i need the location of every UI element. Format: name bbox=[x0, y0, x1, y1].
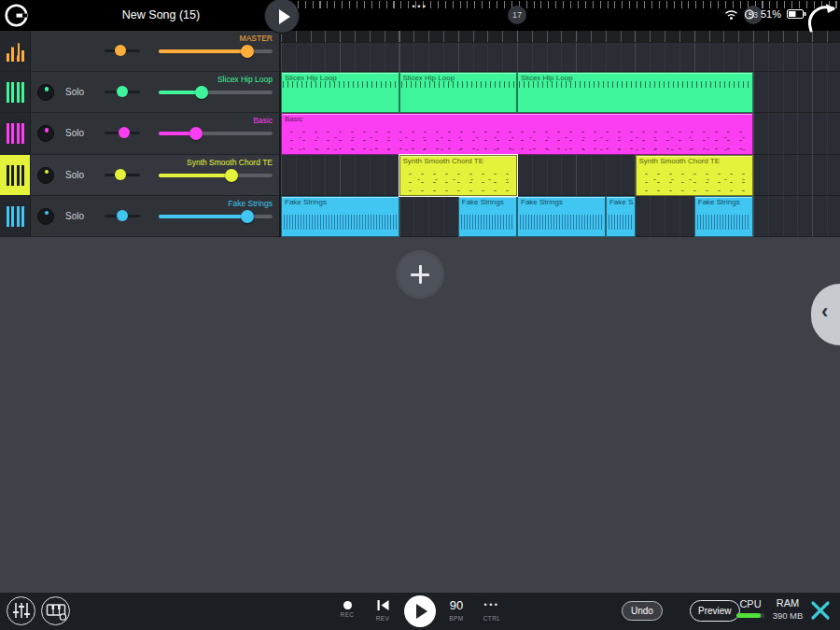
level-meter-icon[interactable] bbox=[0, 31, 31, 71]
piano-roll-icon[interactable] bbox=[0, 155, 31, 195]
solo-button[interactable]: Solo bbox=[65, 211, 84, 221]
pattern-clip[interactable]: Fake Strings bbox=[517, 196, 606, 237]
pattern-clip[interactable]: Fake Strings bbox=[458, 196, 517, 237]
icon-glyph bbox=[7, 123, 25, 144]
transport-play-button[interactable] bbox=[404, 595, 436, 627]
track-name: MASTER bbox=[240, 34, 273, 43]
pan-slider[interactable] bbox=[105, 132, 140, 134]
top-bar: New Song (15) ••• 17 33 51% bbox=[0, 0, 840, 31]
pattern-clip[interactable]: Fake Strings bbox=[281, 196, 399, 237]
volume-handle[interactable] bbox=[195, 86, 208, 99]
mixer-button[interactable] bbox=[7, 596, 35, 625]
track-knob[interactable] bbox=[37, 84, 54, 101]
volume-slider[interactable] bbox=[159, 91, 273, 94]
fl-studio-mobile-app: New Song (15) ••• 17 33 51% bbox=[0, 0, 840, 630]
icon-glyph bbox=[7, 82, 25, 103]
bpm-control[interactable]: 90 BPM bbox=[444, 597, 469, 622]
bpm-value: 90 bbox=[444, 597, 469, 613]
volume-handle[interactable] bbox=[189, 127, 203, 140]
piano-roll-icon[interactable] bbox=[0, 113, 31, 153]
bpm-label: BPM bbox=[444, 615, 469, 622]
pan-slider[interactable] bbox=[105, 91, 140, 93]
track-row[interactable]: SoloBasic bbox=[0, 113, 279, 154]
pan-handle[interactable] bbox=[119, 127, 130, 138]
pattern-clip[interactable]: Slicex Hip Loop bbox=[399, 72, 518, 113]
close-x-icon bbox=[810, 600, 831, 621]
rewind-button[interactable]: REV bbox=[371, 597, 394, 622]
playlist-grid[interactable]: Slicex Hip LoopSlicex Hip LoopSlicex Hip… bbox=[281, 31, 840, 237]
knob-indicator bbox=[45, 87, 49, 91]
pan-handle[interactable] bbox=[115, 169, 126, 180]
preview-button[interactable]: Preview bbox=[690, 600, 740, 622]
track-name: Slicex Hip Loop bbox=[217, 75, 273, 84]
knob-indicator bbox=[45, 170, 49, 175]
pattern-clip[interactable]: Fake S... bbox=[606, 196, 636, 237]
solo-button[interactable]: Solo bbox=[65, 87, 84, 97]
mixer-faders-icon bbox=[8, 597, 35, 623]
pan-handle[interactable] bbox=[117, 86, 128, 97]
pan-handle[interactable] bbox=[117, 210, 128, 221]
cpu-meter: CPU bbox=[735, 598, 765, 618]
clip-label: Slicex Hip Loop bbox=[285, 74, 337, 82]
chevron-left-icon: ‹ bbox=[821, 300, 828, 324]
undo-button[interactable]: Undo bbox=[622, 601, 663, 621]
cpu-bar bbox=[736, 613, 764, 618]
pattern-clip[interactable]: Slicex Hip Loop bbox=[517, 72, 753, 113]
volume-slider[interactable] bbox=[159, 215, 273, 218]
track-row[interactable]: SoloFake Strings bbox=[0, 196, 279, 237]
record-dot-icon bbox=[343, 601, 352, 609]
song-title[interactable]: New Song (15) bbox=[84, 0, 238, 31]
ram-meter: RAM 390 MB bbox=[769, 597, 806, 621]
volume-slider[interactable] bbox=[159, 174, 273, 177]
side-panel-handle[interactable]: ‹ bbox=[811, 284, 840, 345]
rewind-label: REV bbox=[371, 615, 394, 622]
track-knob[interactable] bbox=[37, 125, 54, 142]
fl-studio-logo-icon[interactable] bbox=[4, 3, 29, 28]
piano-gear-icon bbox=[43, 597, 69, 623]
cpu-label: CPU bbox=[735, 598, 765, 609]
pattern-clip[interactable]: Synth Smooth Chord TE bbox=[399, 155, 518, 196]
clip-label: Fake S... bbox=[609, 198, 634, 206]
volume-fill bbox=[159, 49, 247, 53]
add-track-button[interactable] bbox=[399, 253, 441, 296]
pan-handle[interactable] bbox=[115, 45, 126, 56]
swipe-gesture-arrow-icon bbox=[804, 1, 839, 35]
record-label: REC bbox=[336, 611, 358, 618]
track-row[interactable]: SoloSynth Smooth Chord TE bbox=[0, 155, 279, 196]
pan-slider[interactable] bbox=[105, 49, 140, 52]
volume-slider[interactable] bbox=[159, 132, 273, 135]
knob-indicator bbox=[45, 128, 49, 133]
pattern-play-button[interactable] bbox=[264, 0, 300, 34]
record-button[interactable]: REC bbox=[336, 597, 358, 618]
pattern-clip[interactable]: Slicex Hip Loop bbox=[281, 72, 399, 113]
knob-indicator bbox=[45, 211, 49, 216]
pattern-clip[interactable]: Fake Strings bbox=[694, 196, 753, 237]
clip-label: Slicex Hip Loop bbox=[521, 74, 573, 82]
track-row[interactable]: SoloSlicex Hip Loop bbox=[0, 72, 279, 113]
solo-button[interactable]: Solo bbox=[65, 128, 84, 138]
pattern-clip[interactable]: Synth Smooth Chord TE bbox=[636, 155, 754, 196]
volume-handle[interactable] bbox=[241, 45, 254, 58]
instruments-button[interactable] bbox=[41, 596, 70, 625]
icon-glyph bbox=[7, 206, 25, 227]
clip-label: Fake Strings bbox=[285, 198, 327, 206]
ctrl-button[interactable]: ••• CTRL bbox=[477, 597, 507, 622]
pan-slider[interactable] bbox=[105, 174, 140, 176]
volume-slider[interactable] bbox=[159, 49, 273, 53]
track-knob[interactable] bbox=[37, 167, 54, 184]
skip-to-start-icon bbox=[371, 597, 394, 613]
track-row[interactable]: MASTER bbox=[0, 31, 279, 72]
pattern-clip[interactable]: Basic bbox=[281, 113, 753, 154]
bottom-toolbar: REC REV 90 BPM ••• CTRL Undo Preview CPU bbox=[0, 593, 840, 630]
status-icons: 51% bbox=[724, 8, 806, 20]
piano-roll-icon[interactable] bbox=[0, 196, 31, 236]
volume-handle[interactable] bbox=[241, 210, 254, 223]
close-button[interactable] bbox=[806, 597, 834, 625]
icon-glyph bbox=[7, 41, 25, 62]
track-knob[interactable] bbox=[37, 208, 54, 225]
volume-handle[interactable] bbox=[225, 169, 238, 182]
clip-label: Slicex Hip Loop bbox=[403, 74, 455, 82]
pan-slider[interactable] bbox=[105, 215, 140, 217]
piano-roll-icon[interactable] bbox=[0, 72, 31, 112]
solo-button[interactable]: Solo bbox=[65, 170, 84, 180]
